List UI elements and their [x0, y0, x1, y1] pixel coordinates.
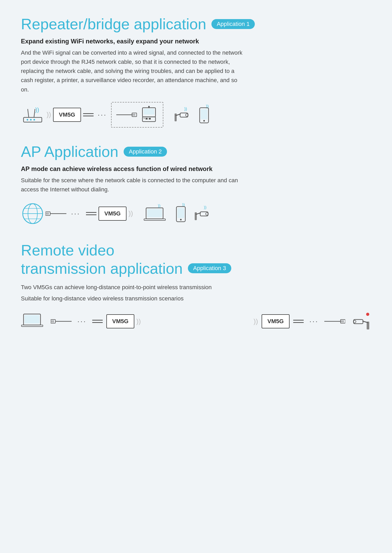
vm5g-section3-left: VM5G )) — [106, 314, 141, 328]
section3-badge: Application 3 — [188, 263, 231, 273]
section3-diagram: ··· VM5G )) (( VM5G — [21, 311, 371, 332]
svg-point-46 — [180, 219, 182, 220]
phone-icon: )) — [198, 103, 212, 127]
dots-2: ··· — [69, 209, 82, 218]
svg-line-5 — [34, 109, 35, 117]
section3-title-row: Remote video transmission application Ap… — [21, 241, 371, 277]
double-lines-1 — [83, 113, 94, 116]
router-item: )) — [21, 104, 44, 125]
section3-body2: Suitable for long-distance video wireles… — [21, 294, 246, 303]
cable-left-icon — [45, 210, 66, 218]
svg-point-18 — [148, 106, 150, 107]
section2-body: Suitable for the scene where the network… — [21, 176, 246, 194]
section3-right: (( VM5G ··· — [253, 312, 371, 331]
section3-body1: Two VM5Gs can achieve long-distance poin… — [21, 283, 246, 292]
vm5g-box-3l: VM5G — [106, 314, 134, 328]
section1-body: And the WiFi signal can be converted int… — [21, 48, 246, 94]
svg-rect-16 — [149, 118, 151, 119]
dashed-area — [111, 102, 163, 128]
security-camera-icon-3 — [349, 312, 371, 331]
section1-subheading: Expand existing WiFi networks, easily ex… — [21, 38, 371, 45]
section2-title: AP Application — [21, 143, 118, 160]
vm5g-box-1: VM5G — [53, 108, 81, 122]
pos-icon — [140, 106, 158, 124]
svg-rect-45 — [177, 208, 184, 218]
svg-text:)): )) — [184, 107, 187, 111]
svg-rect-15 — [146, 118, 148, 119]
section1-badge: Application 1 — [211, 19, 255, 29]
double-lines-3r — [293, 320, 304, 323]
vm5g-box-2: VM5G — [99, 207, 126, 221]
vm5g-section2: VM5G )) — [99, 207, 133, 221]
section-2: AP Application Application 2 AP mode can… — [21, 143, 371, 225]
svg-point-65 — [366, 313, 369, 316]
svg-point-28 — [203, 120, 205, 122]
section3-title-line1: Remote video — [21, 241, 231, 259]
section2-diagram: ··· VM5G )) )) — [21, 202, 371, 225]
section2-badge: Application 2 — [124, 147, 167, 157]
section-3: Remote video transmission application Ap… — [21, 241, 371, 332]
right-devices-2: )) )) )) — [143, 202, 213, 225]
security-camera-icon-2: )) — [193, 204, 213, 223]
router-icon: )) — [21, 104, 44, 125]
svg-rect-53 — [25, 315, 39, 323]
double-lines-3l — [92, 320, 103, 323]
svg-text:)): )) — [35, 106, 39, 113]
globe-icon — [21, 202, 44, 225]
section1-title-row: Repeater/bridge application Application … — [21, 16, 371, 32]
svg-point-1 — [27, 119, 28, 121]
dots-1: ··· — [96, 111, 109, 119]
svg-text:)): )) — [204, 205, 206, 209]
wifi-waves-left: (( — [47, 111, 51, 119]
section3-left: ··· VM5G )) — [21, 311, 141, 332]
svg-rect-17 — [143, 118, 145, 119]
svg-text:)): )) — [182, 202, 185, 207]
phone-icon-2: )) — [174, 202, 189, 225]
section-1: Repeater/bridge application Application … — [21, 16, 371, 128]
svg-point-3 — [33, 119, 35, 121]
section1-diagram: )) (( VM5G ··· — [21, 102, 371, 128]
svg-line-4 — [28, 109, 29, 117]
svg-point-2 — [30, 119, 32, 121]
section2-subheading: AP mode can achieve wireless access func… — [21, 165, 371, 173]
svg-rect-42 — [144, 219, 165, 220]
double-lines-2 — [86, 212, 96, 215]
laptop-icon-3 — [21, 311, 47, 332]
section1-title: Repeater/bridge application — [21, 16, 206, 32]
svg-rect-27 — [201, 109, 207, 119]
svg-rect-21 — [175, 113, 177, 121]
security-camera-icon: )) — [173, 106, 193, 124]
section3-title-block: Remote video transmission application Ap… — [21, 241, 231, 277]
dots-3r: ··· — [307, 317, 321, 326]
vm5g-box-3r: VM5G — [262, 314, 289, 328]
cable-icon — [116, 111, 137, 119]
cable-icon-3l — [51, 317, 72, 325]
svg-rect-0 — [24, 117, 42, 122]
laptop-icon: )) — [143, 203, 170, 224]
svg-rect-48 — [195, 212, 197, 220]
section3-title-line2: transmission application — [21, 259, 183, 278]
svg-rect-13 — [144, 109, 154, 115]
section2-title-row: AP Application Application 2 — [21, 143, 371, 160]
dots-3l: ··· — [75, 317, 89, 326]
right-devices-1: )) )) — [173, 103, 212, 127]
svg-text:)): )) — [158, 203, 160, 208]
cable-icon-3r — [324, 317, 345, 325]
svg-rect-54 — [21, 325, 43, 327]
svg-rect-41 — [147, 209, 162, 217]
